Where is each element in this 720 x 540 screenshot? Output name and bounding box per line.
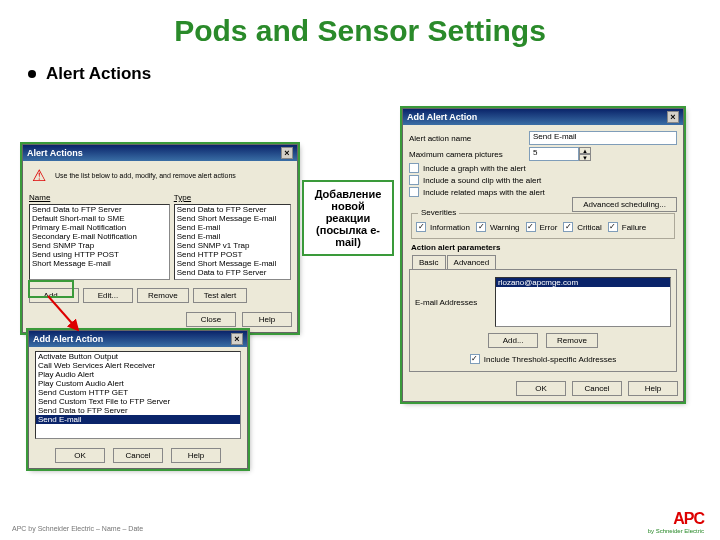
list-item[interactable]: Send Custom HTTP GET — [36, 388, 240, 397]
test-alert-button[interactable]: Test alert — [193, 288, 247, 303]
list-item[interactable]: Short Message E-mail — [30, 259, 169, 268]
window-title: Alert Actions — [27, 148, 83, 158]
bullet-text: Alert Actions — [46, 64, 151, 84]
help-button[interactable]: Help — [171, 448, 221, 463]
email-list[interactable]: rlozano@apcmge.com — [495, 277, 671, 327]
sound-label: Include a sound clip with the alert — [423, 176, 541, 185]
list-item[interactable]: Send HTTP POST — [175, 250, 290, 259]
list-item[interactable]: Send Data to FTP Server — [30, 205, 169, 214]
action-type-list[interactable]: Activate Button Output Call Web Services… — [35, 351, 241, 439]
close-icon[interactable]: × — [667, 111, 679, 123]
ok-button[interactable]: OK — [516, 381, 566, 396]
callout-line: (посылка e- — [310, 224, 386, 236]
logo: APC by Schneider Electric — [648, 510, 704, 534]
sev-label: Critical — [577, 223, 601, 232]
list-item[interactable]: Send using HTTP POST — [30, 250, 169, 259]
titlebar: Alert Actions × — [23, 145, 297, 161]
list-item[interactable]: Send Data to FTP Server — [175, 268, 290, 277]
callout-line: реакции — [310, 212, 386, 224]
sev-label: Error — [540, 223, 558, 232]
sev-warn-checkbox[interactable] — [476, 222, 486, 232]
list-item[interactable]: Send Short Message E-mail — [175, 214, 290, 223]
help-button[interactable]: Help — [242, 312, 292, 327]
cancel-button[interactable]: Cancel — [113, 448, 163, 463]
threshold-label: Include Threshold-specific Addresses — [484, 355, 616, 364]
list-item[interactable]: Send Data to FTP Server — [36, 406, 240, 415]
ok-button[interactable]: OK — [55, 448, 105, 463]
name-list[interactable]: Send Data to FTP Server Default Short-ma… — [29, 204, 170, 280]
bullet-icon — [28, 70, 36, 78]
list-item-selected[interactable]: Send E-mail — [36, 415, 240, 424]
list-item[interactable]: Send E-mail — [175, 232, 290, 241]
list-item[interactable]: Secondary E-mail Notification — [30, 232, 169, 241]
email-remove-button[interactable]: Remove — [546, 333, 598, 348]
list-item[interactable]: Default Short-mail to SME — [30, 214, 169, 223]
add-alert-action-form: Add Alert Action × Alert action name Sen… — [402, 108, 684, 402]
callout-line: новой — [310, 200, 386, 212]
close-icon[interactable]: × — [231, 333, 243, 345]
svg-line-0 — [48, 296, 78, 330]
cancel-button[interactable]: Cancel — [572, 381, 622, 396]
close-button[interactable]: Close — [186, 312, 236, 327]
action-name-input[interactable]: Send E-mail — [529, 131, 677, 145]
list-item[interactable]: Send Data to FTP Server — [175, 205, 290, 214]
email-add-button[interactable]: Add... — [488, 333, 538, 348]
sound-checkbox[interactable] — [409, 175, 419, 185]
list-item[interactable]: Call Web Services Alert Receiver — [36, 361, 240, 370]
email-address[interactable]: rlozano@apcmge.com — [496, 278, 670, 287]
bullet-row: Alert Actions — [28, 64, 720, 84]
window-title: Add Alert Action — [407, 112, 477, 122]
list-item[interactable]: Send Short Message E-mail — [175, 259, 290, 268]
graph-label: Include a graph with the alert — [423, 164, 526, 173]
spin-up-icon[interactable]: ▲ — [579, 147, 591, 154]
list-item[interactable]: Send SNMP Trap — [30, 241, 169, 250]
list-item[interactable]: Play Custom Audio Alert — [36, 379, 240, 388]
column-name: Name — [29, 193, 170, 202]
list-item[interactable]: Send Custom Text File to FTP Server — [36, 397, 240, 406]
page-title: Pods and Sensor Settings — [0, 14, 720, 48]
maps-checkbox[interactable] — [409, 187, 419, 197]
max-pics-label: Maximum camera pictures — [409, 150, 529, 159]
sev-label: Warning — [490, 223, 520, 232]
help-button[interactable]: Help — [628, 381, 678, 396]
column-type: Type — [174, 193, 291, 202]
severities-title: Severities — [418, 208, 459, 217]
graph-checkbox[interactable] — [409, 163, 419, 173]
warning-icon: ⚠ — [29, 165, 49, 185]
add-alert-action-picker: Add Alert Action × Activate Button Outpu… — [28, 330, 248, 469]
list-item[interactable]: Activate Button Output — [36, 352, 240, 361]
warning-text: Use the list below to add, modify, and r… — [55, 172, 236, 179]
sev-label: Failure — [622, 223, 646, 232]
sev-fail-checkbox[interactable] — [608, 222, 618, 232]
list-item[interactable]: Send SNMP v1 Trap — [175, 241, 290, 250]
logo-main: APC — [648, 510, 704, 528]
action-name-label: Alert action name — [409, 134, 529, 143]
type-list[interactable]: Send Data to FTP Server Send Short Messa… — [174, 204, 291, 280]
callout-line: Добавление — [310, 188, 386, 200]
tab-basic[interactable]: Basic — [412, 255, 446, 269]
sev-info-checkbox[interactable] — [416, 222, 426, 232]
titlebar: Add Alert Action × — [403, 109, 683, 125]
list-item[interactable]: Send E-mail — [175, 223, 290, 232]
close-icon[interactable]: × — [281, 147, 293, 159]
max-pics-input[interactable]: 5 — [529, 147, 579, 161]
callout-line: mail) — [310, 236, 386, 248]
spin-down-icon[interactable]: ▼ — [579, 154, 591, 161]
params-label: Action alert parameters — [411, 243, 675, 252]
tab-advanced[interactable]: Advanced — [447, 255, 497, 269]
sev-error-checkbox[interactable] — [526, 222, 536, 232]
email-label: E-mail Addresses — [415, 298, 495, 307]
remove-button[interactable]: Remove — [137, 288, 189, 303]
maps-label: Include related maps with the alert — [423, 188, 545, 197]
threshold-checkbox[interactable] — [470, 354, 480, 364]
logo-sub: by Schneider Electric — [648, 528, 704, 534]
advanced-scheduling-button[interactable]: Advanced scheduling... — [572, 197, 677, 212]
arrow-icon — [48, 296, 98, 336]
callout-box: Добавление новой реакции (посылка e- mai… — [302, 180, 394, 256]
list-item[interactable]: Play Audio Alert — [36, 370, 240, 379]
severities-group: Severities Information Warning Error Cri… — [411, 213, 675, 239]
footer: APC by Schneider Electric – Name – Date — [12, 525, 143, 532]
sev-crit-checkbox[interactable] — [563, 222, 573, 232]
sev-label: Information — [430, 223, 470, 232]
list-item[interactable]: Primary E-mail Notification — [30, 223, 169, 232]
